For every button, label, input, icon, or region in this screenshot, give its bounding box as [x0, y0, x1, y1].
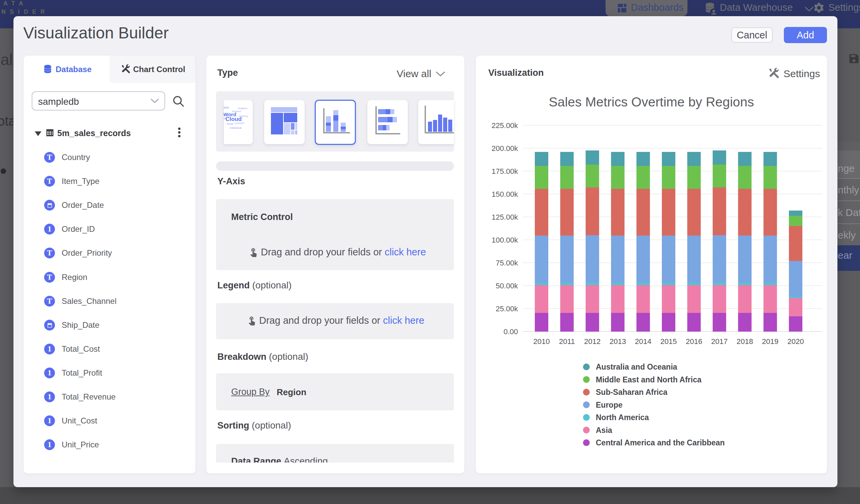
svg-text:2010: 2010 — [533, 337, 550, 346]
svg-text:175.00k: 175.00k — [492, 167, 518, 175]
svg-text:50.00k: 50.00k — [496, 282, 518, 290]
svg-text:2019: 2019 — [762, 337, 778, 346]
svg-text:Central America and the Caribb: Central America and the Caribbean — [596, 438, 725, 447]
svg-text:2014: 2014 — [635, 337, 651, 346]
svg-text:75.00k: 75.00k — [496, 259, 518, 267]
svg-text:100.00k: 100.00k — [492, 236, 518, 244]
svg-text:2012: 2012 — [584, 337, 601, 346]
svg-text:2013: 2013 — [610, 337, 626, 346]
svg-text:Sub-Saharan Africa: Sub-Saharan Africa — [596, 388, 668, 397]
svg-text:Europe: Europe — [596, 401, 622, 409]
svg-text:2018: 2018 — [737, 337, 753, 346]
svg-text:North America: North America — [596, 413, 649, 422]
svg-text:Australia and Oceania: Australia and Oceania — [596, 362, 677, 371]
svg-text:Asia: Asia — [596, 426, 612, 435]
svg-text:200.00k: 200.00k — [492, 144, 518, 153]
svg-text:2020: 2020 — [788, 337, 804, 346]
svg-text:0.00: 0.00 — [503, 328, 518, 336]
svg-text:2015: 2015 — [660, 337, 677, 346]
svg-text:2016: 2016 — [686, 337, 702, 346]
svg-text:25.00k: 25.00k — [496, 305, 518, 313]
svg-text:150.00k: 150.00k — [492, 190, 518, 199]
svg-text:Middle East and North Africa: Middle East and North Africa — [596, 375, 702, 384]
svg-text:125.00k: 125.00k — [492, 213, 518, 221]
svg-text:2011: 2011 — [559, 337, 575, 346]
svg-text:225.00k: 225.00k — [492, 121, 518, 130]
svg-text:2017: 2017 — [711, 337, 728, 346]
